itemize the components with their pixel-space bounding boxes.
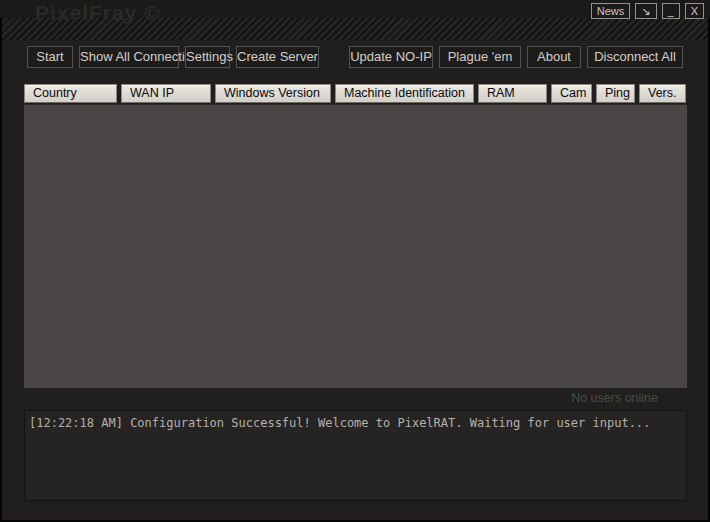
- minimize-button[interactable]: _: [662, 3, 680, 19]
- column-header-cam[interactable]: Cam: [551, 84, 592, 103]
- toolbar: Start Show All Connections Settings Crea…: [27, 46, 683, 68]
- show-all-connections-button[interactable]: Show All Connections: [79, 46, 179, 68]
- column-header-windows-version[interactable]: Windows Version: [215, 84, 331, 103]
- resize-arrow-icon[interactable]: ↘: [635, 3, 656, 19]
- column-header-ram[interactable]: RAM: [478, 84, 547, 103]
- plague-em-button[interactable]: Plague 'em: [439, 46, 521, 68]
- update-noip-button[interactable]: Update NO-IP: [349, 46, 433, 68]
- connections-table-header: Country WAN IP Windows Version Machine I…: [24, 84, 686, 103]
- window-controls: News ↘ _ X: [591, 3, 704, 19]
- about-button[interactable]: About: [527, 46, 581, 68]
- column-header-country[interactable]: Country: [24, 84, 117, 103]
- connections-table-body[interactable]: [24, 104, 687, 388]
- disconnect-all-button[interactable]: Disconnect All: [587, 46, 683, 68]
- app-title: PixelFray ©: [35, 1, 161, 25]
- status-text: No users online: [571, 391, 658, 405]
- close-button[interactable]: X: [685, 3, 704, 19]
- column-header-ping[interactable]: Ping: [596, 84, 635, 103]
- settings-button[interactable]: Settings: [185, 46, 230, 68]
- column-header-wan-ip[interactable]: WAN IP: [121, 84, 211, 103]
- news-button[interactable]: News: [591, 3, 631, 19]
- titlebar[interactable]: PixelFray © News ↘ _ X: [0, 0, 710, 18]
- column-header-machine-identification[interactable]: Machine Identification: [335, 84, 474, 103]
- start-button[interactable]: Start: [27, 46, 73, 68]
- create-server-button[interactable]: Create Server: [236, 46, 319, 68]
- log-entry: [12:22:18 AM] Configuration Successful! …: [29, 416, 682, 430]
- column-header-vers[interactable]: Vers.: [639, 84, 686, 103]
- log-panel[interactable]: [12:22:18 AM] Configuration Successful! …: [24, 410, 687, 501]
- app-window: PixelFray © News ↘ _ X Start Show All Co…: [0, 0, 710, 522]
